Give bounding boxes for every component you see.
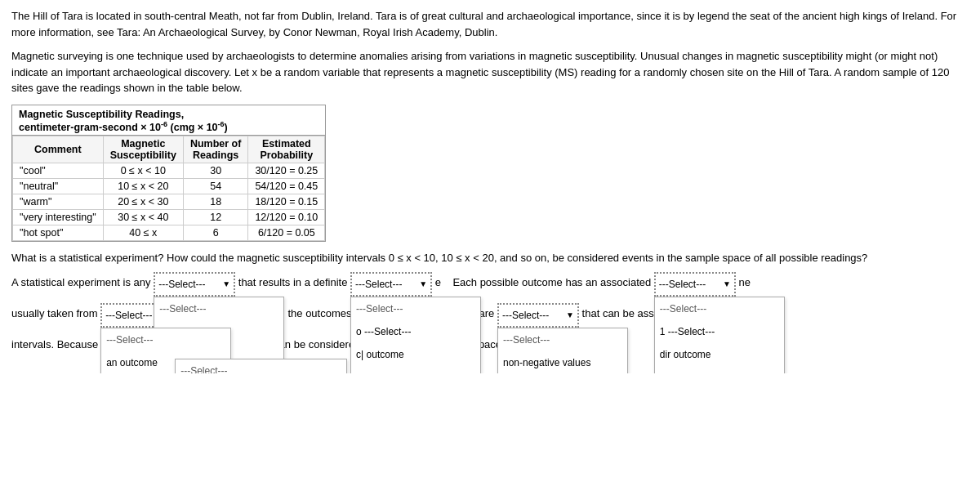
- dropdown-a3-item-0[interactable]: ---Select---: [655, 297, 784, 320]
- table-cell: 54/120 = 0.45: [248, 178, 325, 194]
- dropdown-a2-item-2[interactable]: c| outcome: [351, 343, 480, 366]
- dropdown-a3-container[interactable]: ---Select--- ▼ ---Select--- 1 ---Select-…: [654, 272, 736, 297]
- dropdown-b1-item-0[interactable]: ---Select---: [101, 328, 230, 351]
- intro-para2: Magnetic surveying is one technique used…: [11, 48, 969, 96]
- dropdown-a2-container[interactable]: ---Select--- ▼ ---Select--- o ---Select-…: [350, 272, 432, 297]
- table-cell: "neutral": [13, 178, 104, 194]
- dropdown-a2-item-0[interactable]: ---Select---: [351, 297, 480, 320]
- table-cell: "warm": [13, 194, 104, 209]
- ms-table-container: Magnetic Susceptibility Readings, centim…: [11, 105, 326, 242]
- table-cell: 10 ≤ x < 20: [103, 178, 183, 194]
- dropdown-a2-list: ---Select--- o ---Select--- c| outcome p…: [350, 297, 481, 373]
- table-row: "cool"0 ≤ x < 103030/120 = 0.25: [13, 163, 325, 178]
- chevron-down-icon: ▼: [566, 307, 574, 324]
- table-cell: "hot spot": [13, 225, 104, 240]
- select-a2-label: ---Select---: [355, 275, 402, 294]
- dropdown-c1-item-0[interactable]: ---Select---: [176, 359, 346, 373]
- dropdown-a1-item-0[interactable]: ---Select---: [154, 297, 283, 320]
- col-header-comment: Comment: [13, 136, 104, 163]
- table-row: "warm"20 ≤ x < 301818/120 = 0.15: [13, 194, 325, 209]
- chevron-down-icon: ▼: [723, 276, 731, 292]
- qa-prefix: A statistical experiment is any: [11, 272, 151, 293]
- chevron-down-icon: ▼: [419, 276, 427, 292]
- select-a3[interactable]: ---Select--- ▼: [654, 272, 736, 297]
- table-cell: "cool": [13, 163, 104, 178]
- dropdown-b2-list: ---Select--- non-negative values non-pos…: [497, 328, 628, 373]
- dropdown-b2-item-1[interactable]: non-negative values: [498, 351, 627, 373]
- dropdown-b2-item-0[interactable]: ---Select---: [498, 328, 627, 351]
- table-title: Magnetic Susceptibility Readings, centim…: [12, 105, 325, 136]
- qa-mid2-a: e: [432, 272, 443, 293]
- dropdown-a3-item-3[interactable]: probability: [655, 366, 784, 373]
- qb-prefix: usually taken from: [11, 303, 98, 324]
- intro-para1: The Hill of Tara is located in south-cen…: [11, 8, 969, 40]
- ms-data-table: Comment MagneticSusceptibility Number of…: [12, 136, 325, 241]
- col-header-readings: Number ofReadings: [183, 136, 248, 163]
- dropdown-a2-item-1[interactable]: o ---Select---: [351, 320, 480, 343]
- select-a1[interactable]: ---Select--- ▼: [154, 272, 235, 297]
- dropdown-a2-item-3[interactable]: probability: [351, 366, 480, 373]
- table-cell: 30/120 = 0.25: [248, 163, 325, 178]
- table-row: "neutral"10 ≤ x < 205454/120 = 0.45: [13, 178, 325, 194]
- dropdown-c1-list: ---Select--- a verbal description a coll…: [175, 359, 347, 373]
- table-cell: 6: [183, 225, 248, 240]
- table-cell: 18/120 = 0.15: [248, 194, 325, 209]
- table-row: "hot spot"40 ≤ x66/120 = 0.05: [13, 225, 325, 240]
- select-a1-label: ---Select---: [158, 275, 205, 294]
- table-cell: 30 ≤ x < 40: [103, 209, 183, 225]
- table-cell: 0 ≤ x < 10: [103, 163, 183, 178]
- question1-text: What is a statistical experiment? How co…: [11, 250, 969, 266]
- select-a3-label: ---Select---: [659, 275, 706, 294]
- col-header-probability: EstimatedProbability: [248, 136, 325, 163]
- question-block-a: A statistical experiment is any ---Selec…: [11, 272, 969, 297]
- table-cell: 18: [183, 194, 248, 209]
- table-row: "very interesting"30 ≤ x < 401212/120 = …: [13, 209, 325, 225]
- chevron-down-icon: ▼: [222, 276, 230, 292]
- dropdown-a3-item-1[interactable]: 1 ---Select---: [655, 320, 784, 343]
- qa-mid2-b: Each possible outcome has an associated: [444, 272, 654, 293]
- qa-mid1: that results in a definite: [235, 272, 350, 293]
- table-cell: 12/120 = 0.10: [248, 209, 325, 225]
- col-header-susceptibility: MagneticSusceptibility: [103, 136, 183, 163]
- select-a2[interactable]: ---Select--- ▼: [350, 272, 432, 297]
- select-b2-label: ---Select---: [502, 306, 549, 325]
- qa-suffix: ne: [736, 272, 751, 293]
- dropdown-a1-container[interactable]: ---Select--- ▼ ---Select--- a probabilit…: [154, 272, 235, 297]
- table-cell: "very interesting": [13, 209, 104, 225]
- table-cell: 20 ≤ x < 30: [103, 194, 183, 209]
- table-cell: 12: [183, 209, 248, 225]
- select-b2[interactable]: ---Select--- ▼: [497, 303, 579, 328]
- table-cell: 30: [183, 163, 248, 178]
- table-cell: 6/120 = 0.05: [248, 225, 325, 240]
- table-cell: 54: [183, 178, 248, 194]
- table-cell: 40 ≤ x: [103, 225, 183, 240]
- dropdown-a3-item-2[interactable]: dir outcome: [655, 343, 784, 366]
- dropdown-b2-container[interactable]: ---Select--- ▼ ---Select--- non-negative…: [497, 303, 579, 328]
- dropdown-a3-list: ---Select--- 1 ---Select--- dir outcome …: [654, 297, 785, 373]
- select-b1-label: ---Select---: [105, 306, 152, 325]
